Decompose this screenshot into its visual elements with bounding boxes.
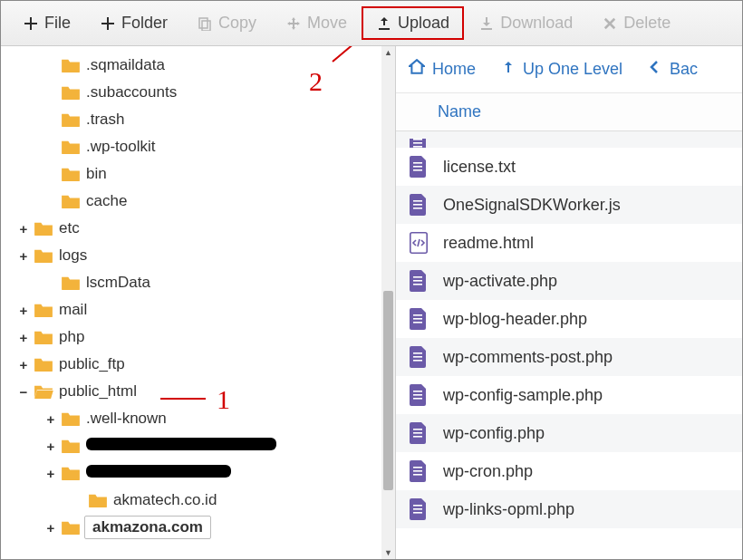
tree-node[interactable]: .sqmaildata xyxy=(5,52,395,79)
tree-node[interactable]: + xyxy=(5,432,395,459)
file-row[interactable]: wp-config-sample.php xyxy=(396,376,742,414)
expander-icon[interactable]: + xyxy=(44,520,57,536)
tree-node[interactable]: .subaccounts xyxy=(5,79,395,106)
file-row[interactable]: readme.html xyxy=(396,224,742,262)
plus-icon xyxy=(23,15,39,32)
move-button[interactable]: Move xyxy=(271,6,362,40)
file-button-label: File xyxy=(44,14,71,33)
file-row[interactable]: wp-activate.php xyxy=(396,262,742,300)
file-icon xyxy=(409,193,429,217)
tree-node[interactable]: cache xyxy=(5,188,395,215)
tree-node-label: .wp-toolkit xyxy=(84,138,156,156)
file-row[interactable]: wp-links-opml.php xyxy=(396,490,742,528)
tree-node[interactable]: +mail xyxy=(5,296,395,323)
tree-scrollbar[interactable]: ▲ ▼ xyxy=(381,46,395,559)
file-row[interactable] xyxy=(396,131,742,148)
expander-icon[interactable]: + xyxy=(17,303,30,318)
tree-node[interactable]: +etc xyxy=(5,215,395,242)
folder-button[interactable]: Folder xyxy=(85,6,182,40)
tree-node-label: php xyxy=(57,328,84,346)
tree-node[interactable]: .trash xyxy=(5,106,395,133)
file-name: wp-config-sample.php xyxy=(443,386,603,405)
home-icon xyxy=(409,59,425,80)
folder-tree[interactable]: .sqmaildata.subaccounts.trash.wp-toolkit… xyxy=(1,46,395,546)
file-row[interactable]: wp-blog-header.php xyxy=(396,300,742,338)
tree-node[interactable]: +.well-known xyxy=(5,405,395,432)
file-name: wp-links-opml.php xyxy=(443,500,574,519)
up-one-level-link[interactable]: Up One Level xyxy=(501,60,622,79)
tree-node[interactable]: +logs xyxy=(5,242,395,269)
file-row[interactable]: license.txt xyxy=(396,148,742,186)
delete-button[interactable]: Delete xyxy=(587,6,685,40)
arrow-left-icon xyxy=(648,60,662,79)
expander-icon[interactable]: + xyxy=(44,411,57,427)
file-name: wp-comments-post.php xyxy=(443,348,613,367)
download-button-label: Download xyxy=(500,14,573,33)
svg-rect-0 xyxy=(199,18,207,28)
tree-node-label: .trash xyxy=(84,111,125,129)
file-button[interactable]: File xyxy=(8,6,85,40)
folder-icon xyxy=(61,111,81,128)
folder-icon xyxy=(88,492,108,508)
tree-node-label: akmatech.co.id xyxy=(111,491,217,509)
tree-node[interactable]: bin xyxy=(5,160,395,188)
expander-icon[interactable]: − xyxy=(17,384,30,400)
file-icon xyxy=(409,269,429,293)
tree-node-label: .subaccounts xyxy=(84,83,177,101)
tree-node-label xyxy=(84,437,276,455)
upload-icon xyxy=(376,15,392,32)
expander-icon[interactable]: + xyxy=(17,248,30,264)
expander-icon[interactable]: + xyxy=(44,439,57,454)
tree-node[interactable]: +akmazona.com xyxy=(5,514,395,541)
upload-button[interactable]: Upload xyxy=(362,6,464,40)
folder-tree-panel: .sqmaildata.subaccounts.trash.wp-toolkit… xyxy=(1,46,396,559)
file-row[interactable]: OneSignalSDKWorker.js xyxy=(396,186,742,224)
tree-node-label: etc xyxy=(57,219,80,237)
file-list: license.txtOneSignalSDKWorker.jsreadme.h… xyxy=(396,131,742,559)
toolbar: File Folder Copy Move Upload Download xyxy=(1,1,742,46)
home-link[interactable]: Home xyxy=(409,59,476,80)
tree-node-label: public_ftp xyxy=(57,355,125,373)
back-link[interactable]: Bac xyxy=(648,60,698,79)
plus-icon xyxy=(100,15,116,32)
tree-node[interactable]: .wp-toolkit xyxy=(5,133,395,160)
download-button[interactable]: Download xyxy=(464,6,587,40)
file-icon xyxy=(409,421,429,445)
folder-icon xyxy=(34,247,53,264)
scroll-down-icon[interactable]: ▼ xyxy=(381,546,395,559)
tree-node-label: bin xyxy=(84,165,107,183)
tree-node[interactable]: akmatech.co.id xyxy=(5,487,395,514)
tree-node[interactable]: lscmData xyxy=(5,269,395,296)
tree-node[interactable]: +php xyxy=(5,323,395,351)
expander-icon[interactable]: + xyxy=(17,357,30,372)
folder-icon xyxy=(34,356,53,372)
tree-node[interactable]: + xyxy=(5,459,395,487)
scroll-thumb[interactable] xyxy=(383,291,393,490)
code-file-icon xyxy=(409,231,429,255)
folder-icon xyxy=(34,220,53,237)
file-row[interactable]: wp-config.php xyxy=(396,414,742,452)
tree-node-label: public_html xyxy=(57,382,137,401)
file-name: wp-blog-header.php xyxy=(443,310,587,329)
file-row[interactable]: wp-comments-post.php xyxy=(396,338,742,376)
file-name: license.txt xyxy=(443,158,516,177)
folder-button-label: Folder xyxy=(121,14,168,33)
tree-node[interactable]: +public_ftp xyxy=(5,351,395,378)
redacted-label xyxy=(86,465,231,478)
tree-node-label: logs xyxy=(57,246,87,265)
scroll-up-icon[interactable]: ▲ xyxy=(381,46,395,59)
expander-icon[interactable]: + xyxy=(17,330,30,345)
column-header[interactable]: Name xyxy=(396,93,742,131)
tree-node-label: mail xyxy=(57,301,87,319)
folder-open-icon xyxy=(34,383,53,400)
expander-icon[interactable]: + xyxy=(44,466,57,481)
tree-node[interactable]: −public_html xyxy=(5,378,395,405)
file-row[interactable]: wp-cron.php xyxy=(396,452,742,490)
file-icon xyxy=(409,155,429,179)
folder-icon xyxy=(61,193,81,209)
expander-icon[interactable]: + xyxy=(17,221,30,237)
folder-icon xyxy=(34,302,53,318)
tree-node-label: cache xyxy=(84,192,127,210)
copy-button[interactable]: Copy xyxy=(182,6,271,40)
folder-icon xyxy=(61,139,81,155)
